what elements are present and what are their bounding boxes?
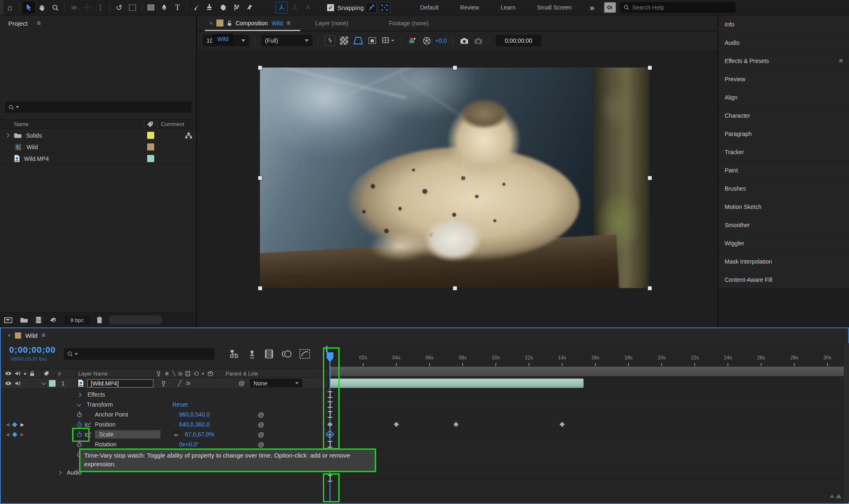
property-pickwhip[interactable]: @ xyxy=(258,411,264,418)
right-panel-item-wiggler[interactable]: Wiggler xyxy=(718,234,849,252)
timeline-right-scrollbar[interactable] xyxy=(844,343,849,502)
work-area-bar[interactable] xyxy=(329,366,844,376)
transform-reset-link[interactable]: Reset xyxy=(172,401,188,408)
selection-handle[interactable] xyxy=(648,65,652,70)
home-button[interactable]: ⌂ xyxy=(4,2,16,14)
property-row-rotation[interactable]: Rotation 0x+0.0° @ xyxy=(1,439,327,449)
layer-expander[interactable] xyxy=(41,381,46,385)
viewer-menu-icon[interactable]: ≡ xyxy=(286,19,290,27)
local-axis-mode[interactable] xyxy=(275,2,288,14)
rotation-tool[interactable]: ↺ xyxy=(113,2,125,14)
camera-tool[interactable] xyxy=(126,2,138,14)
view-axis-mode[interactable] xyxy=(302,2,314,14)
time-ruler[interactable] xyxy=(327,343,844,367)
resolution-dropdown[interactable]: (Full) xyxy=(261,35,313,46)
right-panel-item-character[interactable]: Character xyxy=(718,107,849,124)
property-label[interactable]: Position xyxy=(95,421,116,428)
mask-visibility-button[interactable] xyxy=(353,35,364,46)
label-color-swatch[interactable] xyxy=(147,155,154,162)
workspace-tab-learn[interactable]: Learn xyxy=(501,4,516,11)
right-panel-item-motion-sketch[interactable]: Motion Sketch xyxy=(718,198,849,216)
shy-toggle-button[interactable] xyxy=(247,349,257,359)
timeline-search[interactable] xyxy=(64,348,215,360)
next-keyframe-button[interactable]: ▶ xyxy=(20,432,24,437)
property-row-transform[interactable]: Transform Reset xyxy=(1,400,327,410)
project-item-row[interactable]: Wild.MP4 xyxy=(0,153,196,165)
unlock-icon[interactable] xyxy=(227,20,232,26)
add-keyframe-button[interactable] xyxy=(12,422,18,427)
close-icon[interactable]: × xyxy=(7,332,11,339)
right-panel-item-smoother[interactable]: Smoother xyxy=(718,216,849,234)
exposure-reset-button[interactable] xyxy=(421,35,432,46)
selection-handle[interactable] xyxy=(258,286,262,291)
layer-parent-dropdown[interactable]: None xyxy=(250,379,302,388)
grid-guides-button[interactable] xyxy=(381,35,395,46)
color-depth-icon[interactable] xyxy=(49,316,58,324)
current-time-display[interactable]: 0;00;00;00 xyxy=(9,345,56,355)
workspace-tab-review[interactable]: Review xyxy=(460,4,479,11)
property-pickwhip[interactable]: @ xyxy=(258,431,264,438)
constrain-proportions-icon[interactable]: ∞ xyxy=(172,431,180,438)
orbit-camera-tool[interactable] xyxy=(68,2,80,14)
stopwatch-icon[interactable] xyxy=(76,411,82,418)
timeline-search-input[interactable] xyxy=(80,351,209,357)
expander-icon[interactable] xyxy=(77,402,81,406)
right-panel-item-tracker[interactable]: Tracker xyxy=(718,143,849,161)
stopwatch-icon[interactable] xyxy=(76,421,82,428)
fast-preview-button[interactable]: ϟ xyxy=(325,35,335,46)
composition-chip[interactable]: Wild xyxy=(212,34,233,44)
tab-composition[interactable]: × Composition Wild ≡ xyxy=(209,19,291,27)
snap-features-button[interactable] xyxy=(379,2,390,13)
right-panel-item-preview[interactable]: Preview xyxy=(718,70,849,88)
world-axis-mode[interactable] xyxy=(289,2,301,14)
property-label[interactable]: Rotation xyxy=(95,441,116,448)
rotation-value[interactable]: 0x+0.0° xyxy=(179,441,199,448)
region-of-interest-button[interactable] xyxy=(367,35,378,46)
selection-handle[interactable] xyxy=(648,286,652,291)
timeline-menu-icon[interactable]: ≡ xyxy=(41,332,45,339)
right-panel-item-paint[interactable]: Paint xyxy=(718,161,849,179)
new-folder-icon[interactable] xyxy=(20,317,28,323)
brush-tool[interactable] xyxy=(190,2,202,14)
bit-depth-button[interactable]: 8 bpc xyxy=(64,316,90,325)
label-column-icon[interactable] xyxy=(147,121,153,128)
number-column-header[interactable]: # xyxy=(58,371,61,377)
right-panel-item-audio[interactable]: Audio xyxy=(718,34,849,51)
project-scrollbar[interactable] xyxy=(109,315,163,325)
right-panel-item-content-aware-fill[interactable]: Content-Aware Fill xyxy=(718,271,849,288)
anchor-point-value[interactable]: 960,0,540,0 xyxy=(179,411,210,418)
snapshot-button[interactable] xyxy=(459,35,470,46)
selection-handle[interactable] xyxy=(258,176,262,180)
help-search-input[interactable] xyxy=(632,4,723,11)
layer-quality-switch[interactable]: ╱ xyxy=(178,380,181,387)
snapping-toggle[interactable]: ✓ Snapping xyxy=(327,4,364,11)
right-panel-item-paragraph[interactable]: Paragraph xyxy=(718,125,849,143)
timeline-tab[interactable]: × Wild ≡ xyxy=(7,332,46,339)
tab-layer[interactable]: Layer (none) xyxy=(315,20,348,27)
workspace-tab-default[interactable]: Default xyxy=(420,4,438,11)
selection-handle[interactable] xyxy=(453,286,457,291)
composition-viewport-image[interactable] xyxy=(260,68,650,288)
property-pickwhip[interactable]: @ xyxy=(258,421,264,428)
close-icon[interactable]: × xyxy=(209,20,213,27)
workspace-switcher-button[interactable] xyxy=(604,2,616,13)
property-pickwhip[interactable]: @ xyxy=(258,441,264,448)
property-row-effects[interactable]: Effects xyxy=(1,390,327,400)
composition-flowchart-button[interactable] xyxy=(230,349,240,359)
channel-button[interactable] xyxy=(407,35,418,46)
zoom-tool[interactable] xyxy=(49,2,61,14)
layer-name-field[interactable]: [Wild.MP4] xyxy=(87,379,153,388)
property-label[interactable]: Transform xyxy=(87,401,113,408)
graph-toggle-icon[interactable] xyxy=(85,422,91,427)
expander-icon[interactable] xyxy=(5,133,10,138)
property-label[interactable]: Anchor Point xyxy=(95,411,128,418)
parent-link-column-header[interactable]: Parent & Link xyxy=(226,371,258,377)
selection-handle[interactable] xyxy=(648,176,652,180)
project-search[interactable] xyxy=(5,102,192,113)
pan-camera-tool[interactable] xyxy=(81,2,93,14)
layer-audio-toggle[interactable] xyxy=(15,381,20,386)
timeline-zoom-control[interactable] xyxy=(830,494,842,498)
layer-parent-pickwhip[interactable]: @ xyxy=(238,380,245,387)
tab-footage[interactable]: Footage (none) xyxy=(389,20,429,27)
workspace-tab-small-screen[interactable]: Small Screen xyxy=(537,4,571,11)
